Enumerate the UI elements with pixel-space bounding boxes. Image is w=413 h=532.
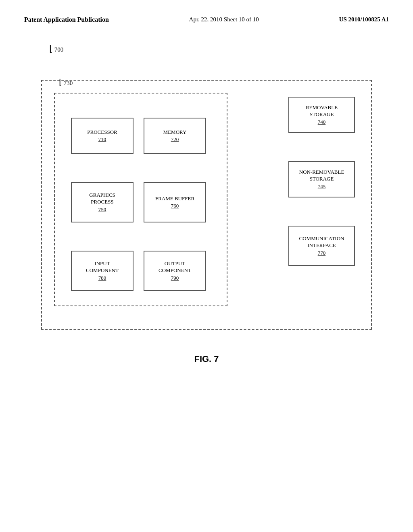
graphics-process-box: GRAPHICS PROCESS 750 — [71, 182, 133, 222]
diagram-area: ⌊ 700 ⌊ 730 PROCESSOR 710 MEMORY 720 — [0, 31, 413, 342]
page-header: Patent Application Publication Apr. 22, … — [0, 0, 413, 31]
nonremovable-storage-box: NON-REMOVABLE STORAGE 745 — [288, 161, 355, 197]
output-component-box: OUTPUT COMPONENT 790 — [144, 251, 206, 291]
communication-interface-box: COMMUNICATION INTERFACE 770 — [288, 226, 355, 266]
input-component-box: INPUT COMPONENT 780 — [71, 251, 133, 291]
figure-label: FIG. 7 — [0, 354, 413, 364]
outer-dashed-box: ⌊ 730 PROCESSOR 710 MEMORY 720 GRAPHICS … — [41, 80, 372, 330]
memory-box: MEMORY 720 — [144, 118, 206, 154]
header-left: Patent Application Publication — [24, 16, 109, 23]
header-center: Apr. 22, 2010 Sheet 10 of 10 — [189, 16, 259, 23]
label-700: ⌊ 700 — [49, 44, 63, 54]
removable-storage-box: REMOVABLE STORAGE 740 — [288, 97, 355, 133]
label-730: ⌊ 730 — [59, 77, 73, 87]
header-right: US 2010/100825 A1 — [339, 16, 389, 23]
processor-box: PROCESSOR 710 — [71, 118, 133, 154]
inner-dashed-box: ⌊ 730 PROCESSOR 710 MEMORY 720 GRAPHICS … — [54, 93, 227, 306]
framebuffer-box: FRAME BUFFER 760 — [144, 182, 206, 222]
